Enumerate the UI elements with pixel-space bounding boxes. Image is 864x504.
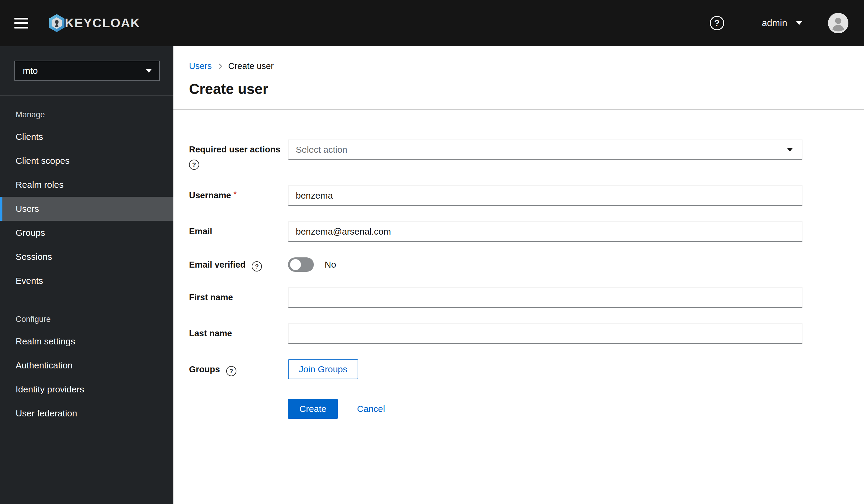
keycloak-logo-icon: [47, 13, 67, 33]
email-label: Email: [189, 227, 212, 236]
nav-group-manage: Manage: [0, 96, 173, 125]
breadcrumb-chevron-icon: [217, 64, 222, 69]
form-actions: Create Cancel: [288, 399, 864, 419]
join-groups-button[interactable]: Join Groups: [288, 359, 358, 379]
sidebar-item-groups[interactable]: Groups: [0, 221, 173, 245]
user-menu[interactable]: admin: [762, 18, 802, 28]
help-glyph: ?: [229, 368, 233, 375]
sidebar-item-identity-providers[interactable]: Identity providers: [0, 377, 173, 401]
required-actions-select[interactable]: Select action: [288, 140, 803, 160]
sidebar-item-sessions[interactable]: Sessions: [0, 245, 173, 269]
last-name-field[interactable]: [288, 323, 803, 344]
masthead-toolbar: ? admin: [710, 13, 848, 33]
last-name-label: Last name: [189, 328, 232, 338]
create-user-form: Required user actions ? Select action: [173, 110, 864, 419]
create-button[interactable]: Create: [288, 399, 338, 419]
email-verified-state: No: [325, 260, 336, 270]
sidebar-item-user-federation[interactable]: User federation: [0, 401, 173, 425]
groups-label: Groups: [189, 364, 220, 374]
help-glyph: ?: [192, 161, 196, 168]
toggle-knob: [290, 259, 301, 270]
email-verified-label: Email verified: [189, 260, 246, 269]
page-title: Create user: [189, 81, 864, 109]
help-icon[interactable]: ?: [189, 160, 199, 170]
form-row-groups: Groups ? Join Groups: [189, 359, 864, 379]
sidebar-item-events[interactable]: Events: [0, 269, 173, 293]
chevron-down-icon: [787, 148, 793, 152]
sidebar-item-client-scopes[interactable]: Client scopes: [0, 149, 173, 173]
first-name-label: First name: [189, 292, 233, 302]
email-verified-toggle[interactable]: [288, 257, 314, 272]
email-field[interactable]: [288, 221, 803, 242]
realm-selector-value: mto: [23, 66, 38, 76]
first-name-field[interactable]: [288, 287, 803, 308]
help-glyph: ?: [714, 18, 719, 28]
required-actions-label: Required user actions: [189, 145, 280, 154]
help-icon[interactable]: ?: [710, 16, 724, 30]
help-icon[interactable]: ?: [226, 366, 237, 376]
form-row-email-verified: Email verified ? No: [189, 257, 864, 272]
hamburger-menu-icon[interactable]: [14, 18, 28, 28]
sidebar-item-realm-settings[interactable]: Realm settings: [0, 329, 173, 353]
breadcrumb: Users Create user: [189, 61, 864, 71]
username-field[interactable]: [288, 185, 803, 206]
user-menu-name: admin: [762, 18, 787, 28]
breadcrumb-users-link[interactable]: Users: [189, 61, 212, 71]
help-glyph: ?: [255, 263, 259, 270]
sidebar: mto Manage Clients Client scopes Realm r…: [0, 46, 173, 504]
required-indicator: *: [233, 190, 237, 199]
keycloak-logo-text: KEYCLOAK: [65, 16, 141, 30]
form-row-email: Email: [189, 221, 864, 242]
nav-group-configure: Configure: [0, 293, 173, 329]
keycloak-logo: KEYCLOAK: [47, 13, 141, 33]
main-content: Users Create user Create user Required u…: [173, 46, 864, 504]
cancel-link[interactable]: Cancel: [357, 404, 385, 414]
user-avatar-icon: [828, 13, 848, 33]
breadcrumb-current: Create user: [228, 61, 274, 71]
help-icon[interactable]: ?: [252, 261, 262, 272]
chevron-down-icon: [146, 69, 152, 73]
form-row-last-name: Last name: [189, 323, 864, 344]
sidebar-item-realm-roles[interactable]: Realm roles: [0, 173, 173, 197]
masthead: KEYCLOAK ? admin: [0, 0, 864, 46]
realm-selector[interactable]: mto: [14, 61, 160, 81]
chevron-down-icon: [796, 21, 802, 25]
sidebar-item-authentication[interactable]: Authentication: [0, 353, 173, 377]
avatar[interactable]: [828, 13, 848, 33]
form-row-required-actions: Required user actions ? Select action: [189, 140, 864, 170]
sidebar-item-users[interactable]: Users: [0, 197, 173, 221]
required-actions-placeholder: Select action: [296, 145, 347, 155]
page-header: Users Create user Create user: [173, 46, 864, 110]
sidebar-item-clients[interactable]: Clients: [0, 125, 173, 149]
username-label: Username: [189, 191, 231, 200]
form-row-username: Username*: [189, 185, 864, 206]
form-row-first-name: First name: [189, 287, 864, 308]
